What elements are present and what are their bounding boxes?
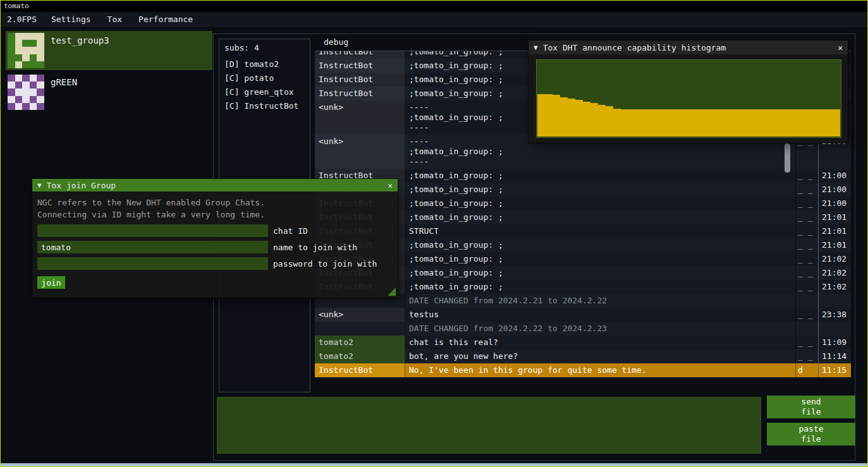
message-author: <unk> (315, 135, 405, 169)
message-marks: _ _ (795, 280, 818, 294)
message-text: bot, are you new here? (405, 349, 795, 363)
message-text: ;tomato_in_group: ; (405, 210, 795, 224)
paste-file-button[interactable]: paste file (767, 423, 855, 446)
histogram-bar (787, 109, 795, 136)
subs-list-item[interactable]: [C] potato (219, 71, 310, 85)
window-titlebar: tomato (1, 1, 867, 12)
message-time: 21:00 (818, 197, 851, 210)
tab-debug[interactable]: debug (315, 35, 357, 49)
histogram-bar (696, 109, 704, 136)
menu-item-tox[interactable]: Tox (99, 13, 130, 26)
join-name-input[interactable] (37, 241, 268, 253)
histogram-bar (537, 94, 545, 136)
message-marks: _ _ (795, 238, 818, 252)
message-marks: _ _ (795, 308, 818, 322)
message-marks: _ _ (795, 169, 818, 183)
message-marks (795, 322, 818, 336)
message-time: 23:38 (818, 308, 851, 322)
subs-list-item[interactable]: [C] InstructBot (219, 99, 310, 113)
histogram-bar (795, 109, 802, 136)
message-time: 21:00 (818, 183, 851, 197)
message-row: DATE CHANGED from 2024.2.22 to 2024.2.23 (315, 322, 851, 336)
histogram-bar (575, 100, 583, 136)
histogram-bar (779, 109, 787, 136)
message-time: 21:02 (818, 252, 851, 266)
message-author: InstructBot (315, 73, 405, 87)
subs-list: [D] tomato2[C] potato[C] green_qtox[C] I… (219, 58, 310, 113)
dht-histogram-titlebar: ▼ Tox DHT announce capability histogram … (529, 40, 848, 54)
message-input[interactable] (217, 397, 761, 454)
subs-list-item[interactable]: [D] tomato2 (219, 58, 310, 71)
histogram-bars (537, 61, 840, 136)
message-author: tomato2 (315, 349, 405, 363)
subs-list-item[interactable]: [C] green_qtox (219, 85, 310, 99)
join-info-line1: NGC refers to the New DHT enabled Group … (32, 197, 398, 209)
chat-scrollbar-thumb[interactable] (785, 143, 790, 173)
menu-item-performance[interactable]: Performance (130, 13, 201, 26)
join-password-input[interactable] (37, 257, 268, 270)
join-group-title: Tox join Group (47, 181, 383, 190)
message-author: tomato2 (315, 336, 405, 349)
histogram-bar (666, 109, 673, 136)
send-file-button[interactable]: send file (767, 396, 855, 418)
histogram-bar (590, 103, 598, 136)
join-button[interactable]: join (37, 276, 65, 289)
message-time: 11:14 (818, 349, 851, 363)
histogram-bar (545, 94, 553, 136)
chat-id-input[interactable] (37, 224, 268, 237)
message-marks: _ _ (795, 266, 818, 280)
message-author (315, 322, 405, 336)
join-name-label: name to join with (273, 243, 357, 252)
group-item-test_group3[interactable]: test_group3 (6, 31, 212, 70)
resize-grip-icon[interactable] (388, 288, 396, 296)
message-time: 21:00 (818, 169, 851, 183)
close-icon[interactable]: ✕ (838, 43, 843, 52)
message-author: <unk> (315, 100, 405, 135)
message-marks: _ _ (795, 224, 818, 238)
message-author: InstructBot (315, 363, 405, 377)
message-author: <unk> (315, 308, 405, 322)
join-group-titlebar: ▼ Tox join Group ✕ (32, 179, 398, 191)
window-title: tomato (4, 2, 29, 10)
histogram-bar (659, 109, 666, 136)
join-password-label: password to join with (273, 259, 377, 269)
message-marks: _ _ (795, 210, 818, 224)
histogram-bar (704, 109, 711, 136)
message-time (818, 294, 851, 308)
group-avatar (8, 75, 44, 110)
collapse-arrow-icon[interactable]: ▼ (37, 181, 42, 190)
message-row: <unk>testus_ _23:38 (315, 308, 851, 322)
histogram-bar (583, 102, 590, 136)
message-text: chat is this real? (405, 336, 795, 349)
histogram-bar (621, 109, 628, 136)
histogram-bar (711, 109, 719, 136)
menu-bar: 2.0FPS Settings Tox Performance (1, 12, 867, 27)
histogram-bar (817, 109, 825, 136)
message-time (818, 322, 851, 336)
group-item-green[interactable]: gREEN (6, 73, 212, 112)
close-icon[interactable]: ✕ (388, 181, 393, 190)
histogram-bar (688, 109, 696, 136)
histogram-bar (673, 109, 681, 136)
group-avatar (8, 33, 44, 68)
message-text: ;tomato_in_group: ; (405, 252, 795, 266)
histogram-bar (742, 109, 749, 136)
join-info-line2: Connecting via ID might take a very long… (32, 209, 398, 221)
message-time: 21:02 (818, 280, 851, 294)
app-window: tomato 2.0FPS Settings Tox Performance t… (0, 0, 868, 467)
message-marks (795, 294, 818, 308)
message-text: testus (405, 308, 795, 322)
histogram-bar (757, 109, 764, 136)
menu-item-settings[interactable]: Settings (43, 13, 99, 26)
collapse-arrow-icon[interactable]: ▼ (534, 44, 538, 52)
message-time: 21:01 (818, 210, 851, 224)
histogram-bar (553, 95, 560, 136)
message-text: No, I've been in this group for quite so… (405, 363, 795, 377)
join-group-window: ▼ Tox join Group ✕ NGC refers to the New… (32, 179, 398, 298)
histogram-bar (734, 109, 742, 136)
message-time: 21:01 (818, 224, 851, 238)
histogram-bar (726, 109, 734, 136)
message-marks: _ _ (795, 349, 818, 363)
histogram-bar (560, 97, 568, 136)
message-marks: d (795, 363, 818, 377)
